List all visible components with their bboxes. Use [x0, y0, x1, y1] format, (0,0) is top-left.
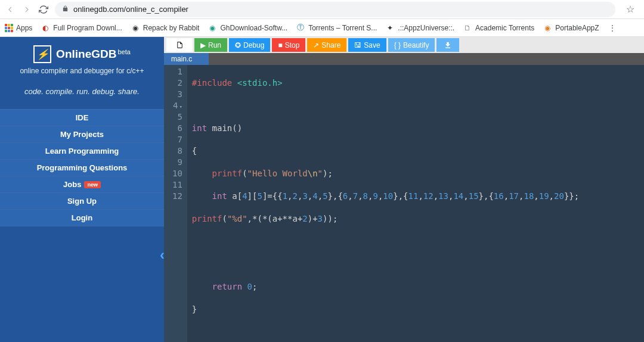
bookmark-icon: 🗋 [463, 23, 472, 33]
code-content[interactable]: #include <stdio.h> int main() { printf("… [187, 65, 584, 342]
bookmark-item[interactable]: ◉GhDownload-Softw... [208, 23, 287, 33]
share-button[interactable]: ↗ Share [307, 38, 346, 52]
gutter: 1 2 3 4 5 6 7 8 9 10 11 12 [164, 65, 187, 342]
sidebar-item-signup[interactable]: Sign Up [0, 193, 164, 210]
sidebar: ⚡ OnlineGDBbeta online compiler and debu… [0, 37, 164, 342]
new-file-button[interactable] [166, 38, 193, 52]
bookmarks-bar: Apps ◐Full Program Downl... ◉Repack by R… [0, 19, 644, 37]
download-button[interactable] [436, 38, 459, 52]
tagline-motto: code. compile. run. debug. share. [6, 83, 158, 103]
sidebar-item-jobs[interactable]: Jobsnew [0, 176, 164, 193]
logo-icon: ⚡ [33, 45, 51, 63]
bookmark-item[interactable]: 🗋Academic Torrents [463, 23, 534, 33]
toolbar: ▶ Run ✪ Debug ■ Stop ↗ Share 🖫 Save { } … [164, 37, 644, 53]
bookmark-icon: ◉ [543, 23, 552, 33]
sidebar-item-learn[interactable]: Learn Programming [0, 143, 164, 160]
bookmark-icon: ◉ [131, 23, 140, 33]
collapse-sidebar-button[interactable]: ‹ [160, 247, 165, 263]
sidebar-item-projects[interactable]: My Projects [0, 126, 164, 143]
bookmark-item[interactable]: ◉PortableAppZ [543, 23, 599, 33]
stop-button[interactable]: ■ Stop [272, 38, 305, 52]
url-bar[interactable]: onlinegdb.com/online_c_compiler [55, 2, 615, 17]
lock-icon [62, 5, 69, 14]
tab-bar: main.c [164, 53, 644, 65]
beautify-button[interactable]: { } Beautify [388, 38, 435, 52]
apps-icon [5, 24, 13, 32]
sidebar-item-questions[interactable]: Programming Questions [0, 160, 164, 176]
forward-button[interactable] [21, 4, 32, 15]
code-editor[interactable]: 1 2 3 4 5 6 7 8 9 10 11 12 #include <std… [164, 65, 644, 342]
bookmark-icon: ◐ [41, 23, 50, 33]
bookmark-item[interactable]: ⋮ [608, 23, 617, 33]
run-button[interactable]: ▶ Run [194, 38, 227, 52]
bookmark-icon: Ⓣ [296, 23, 305, 33]
tab-main-c[interactable]: main.c [164, 53, 209, 65]
bookmark-item[interactable]: ✦.::AppzUniverse::. [385, 23, 454, 33]
sidebar-item-ide[interactable]: IDE [0, 110, 164, 126]
back-button[interactable] [5, 4, 16, 15]
sidebar-item-login[interactable]: Login [0, 210, 164, 226]
bookmark-icon: ✦ [385, 23, 395, 33]
bookmark-icon: ⋮ [608, 23, 617, 33]
save-button[interactable]: 🖫 Save [348, 38, 386, 52]
url-text: onlinegdb.com/online_c_compiler [73, 5, 188, 14]
apps-button[interactable]: Apps [5, 24, 32, 32]
bookmark-star-icon[interactable]: ☆ [621, 4, 639, 15]
reload-button[interactable] [38, 4, 49, 15]
debug-button[interactable]: ✪ Debug [229, 38, 270, 52]
bookmark-item[interactable]: ◉Repack by Rabbit [131, 23, 200, 33]
bookmark-item[interactable]: ⓉTorrents – Torrent S... [296, 23, 377, 33]
logo-text: OnlineGDB [56, 48, 116, 60]
tagline: online compiler and debugger for c/c++ [6, 67, 158, 75]
bookmark-icon: ◉ [208, 23, 217, 33]
bookmark-item[interactable]: ◐Full Program Downl... [41, 23, 122, 33]
